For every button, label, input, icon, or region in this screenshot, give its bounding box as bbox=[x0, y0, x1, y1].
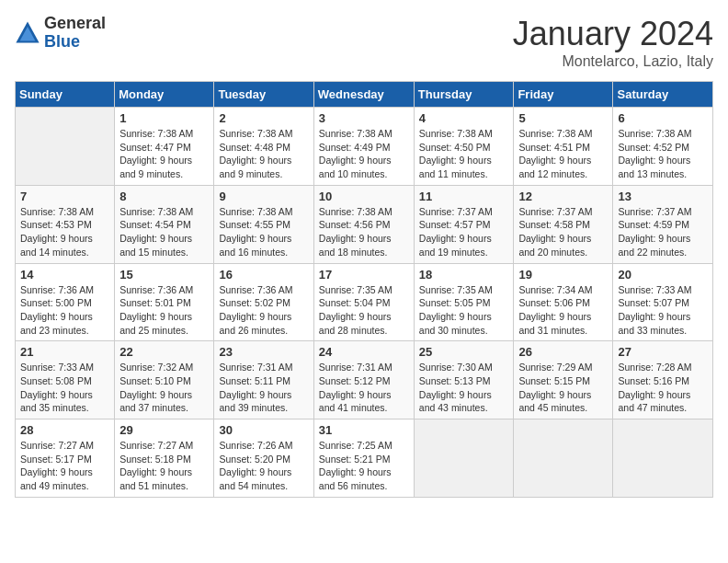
calendar-cell: 28Sunrise: 7:27 AM Sunset: 5:17 PM Dayli… bbox=[16, 419, 115, 498]
day-info: Sunrise: 7:32 AM Sunset: 5:10 PM Dayligh… bbox=[119, 361, 209, 415]
calendar-cell: 4Sunrise: 7:38 AM Sunset: 4:50 PM Daylig… bbox=[414, 108, 514, 186]
day-info: Sunrise: 7:36 AM Sunset: 5:00 PM Dayligh… bbox=[20, 283, 109, 338]
calendar-cell: 9Sunrise: 7:38 AM Sunset: 4:55 PM Daylig… bbox=[214, 185, 313, 263]
day-number: 8 bbox=[119, 190, 209, 203]
header-saturday: Saturday bbox=[613, 82, 713, 108]
calendar-table: Sunday Monday Tuesday Wednesday Thursday… bbox=[15, 81, 713, 498]
calendar-cell: 13Sunrise: 7:37 AM Sunset: 4:59 PM Dayli… bbox=[613, 185, 713, 263]
header-monday: Monday bbox=[115, 82, 214, 108]
day-number: 21 bbox=[20, 345, 109, 359]
calendar-week-3: 21Sunrise: 7:33 AM Sunset: 5:08 PM Dayli… bbox=[16, 341, 713, 419]
day-info: Sunrise: 7:35 AM Sunset: 5:04 PM Dayligh… bbox=[319, 283, 409, 338]
day-info: Sunrise: 7:33 AM Sunset: 5:08 PM Dayligh… bbox=[20, 361, 109, 415]
day-number: 5 bbox=[518, 111, 608, 125]
day-info: Sunrise: 7:31 AM Sunset: 5:12 PM Dayligh… bbox=[319, 361, 409, 415]
day-info: Sunrise: 7:31 AM Sunset: 5:11 PM Dayligh… bbox=[219, 361, 308, 415]
day-info: Sunrise: 7:37 AM Sunset: 4:58 PM Dayligh… bbox=[518, 205, 608, 259]
day-info: Sunrise: 7:38 AM Sunset: 4:54 PM Dayligh… bbox=[119, 205, 209, 259]
day-number: 18 bbox=[419, 268, 509, 282]
day-info: Sunrise: 7:38 AM Sunset: 4:53 PM Dayligh… bbox=[20, 205, 109, 259]
day-number: 23 bbox=[219, 345, 308, 359]
header-tuesday: Tuesday bbox=[214, 82, 313, 108]
day-number: 31 bbox=[319, 423, 409, 437]
day-info: Sunrise: 7:37 AM Sunset: 4:57 PM Dayligh… bbox=[419, 205, 509, 259]
day-info: Sunrise: 7:36 AM Sunset: 5:02 PM Dayligh… bbox=[219, 283, 308, 338]
day-info: Sunrise: 7:27 AM Sunset: 5:17 PM Dayligh… bbox=[20, 439, 109, 493]
day-info: Sunrise: 7:38 AM Sunset: 4:51 PM Dayligh… bbox=[518, 127, 608, 181]
logo-text: General Blue bbox=[44, 15, 106, 52]
calendar-header: Sunday Monday Tuesday Wednesday Thursday… bbox=[16, 82, 713, 108]
day-number: 29 bbox=[119, 423, 209, 437]
calendar-cell: 22Sunrise: 7:32 AM Sunset: 5:10 PM Dayli… bbox=[115, 341, 214, 419]
calendar-week-0: 1Sunrise: 7:38 AM Sunset: 4:47 PM Daylig… bbox=[16, 108, 713, 186]
day-number: 26 bbox=[518, 345, 608, 359]
day-number: 27 bbox=[618, 345, 708, 359]
calendar-cell: 27Sunrise: 7:28 AM Sunset: 5:16 PM Dayli… bbox=[613, 341, 713, 419]
location: Montelarco, Lazio, Italy bbox=[513, 53, 713, 70]
header-sunday: Sunday bbox=[16, 82, 115, 108]
calendar-body: 1Sunrise: 7:38 AM Sunset: 4:47 PM Daylig… bbox=[16, 108, 713, 498]
calendar-cell bbox=[514, 419, 613, 498]
day-number: 22 bbox=[119, 345, 209, 359]
page-header: General Blue January 2024 Montelarco, La… bbox=[15, 15, 713, 70]
day-number: 3 bbox=[319, 111, 409, 125]
day-number: 24 bbox=[319, 345, 409, 359]
logo: General Blue bbox=[15, 15, 106, 52]
calendar-cell bbox=[16, 108, 115, 186]
calendar-cell: 19Sunrise: 7:34 AM Sunset: 5:06 PM Dayli… bbox=[514, 263, 613, 341]
day-info: Sunrise: 7:33 AM Sunset: 5:07 PM Dayligh… bbox=[618, 283, 708, 338]
day-number: 28 bbox=[20, 423, 109, 437]
calendar-cell: 20Sunrise: 7:33 AM Sunset: 5:07 PM Dayli… bbox=[613, 263, 713, 341]
calendar-cell bbox=[613, 419, 713, 498]
day-number: 9 bbox=[219, 190, 308, 203]
day-info: Sunrise: 7:27 AM Sunset: 5:18 PM Dayligh… bbox=[119, 439, 209, 493]
day-info: Sunrise: 7:38 AM Sunset: 4:47 PM Dayligh… bbox=[119, 127, 209, 181]
day-number: 20 bbox=[618, 268, 708, 282]
month-title: January 2024 bbox=[513, 15, 713, 53]
day-number: 12 bbox=[518, 190, 608, 203]
calendar-cell: 2Sunrise: 7:38 AM Sunset: 4:48 PM Daylig… bbox=[214, 108, 313, 186]
calendar-cell: 18Sunrise: 7:35 AM Sunset: 5:05 PM Dayli… bbox=[414, 263, 514, 341]
header-friday: Friday bbox=[514, 82, 613, 108]
day-number: 11 bbox=[419, 190, 509, 203]
day-number: 6 bbox=[618, 111, 708, 125]
day-number: 30 bbox=[219, 423, 308, 437]
logo-general: General bbox=[44, 15, 106, 33]
day-number: 25 bbox=[419, 345, 509, 359]
day-number: 4 bbox=[419, 111, 509, 125]
header-row: Sunday Monday Tuesday Wednesday Thursday… bbox=[16, 82, 713, 108]
calendar-cell: 5Sunrise: 7:38 AM Sunset: 4:51 PM Daylig… bbox=[514, 108, 613, 186]
calendar-cell: 7Sunrise: 7:38 AM Sunset: 4:53 PM Daylig… bbox=[16, 185, 115, 263]
day-info: Sunrise: 7:34 AM Sunset: 5:06 PM Dayligh… bbox=[518, 283, 608, 338]
day-info: Sunrise: 7:25 AM Sunset: 5:21 PM Dayligh… bbox=[319, 439, 409, 493]
calendar-cell: 6Sunrise: 7:38 AM Sunset: 4:52 PM Daylig… bbox=[613, 108, 713, 186]
day-info: Sunrise: 7:26 AM Sunset: 5:20 PM Dayligh… bbox=[219, 439, 308, 493]
day-info: Sunrise: 7:35 AM Sunset: 5:05 PM Dayligh… bbox=[419, 283, 509, 338]
logo-icon bbox=[15, 20, 40, 46]
day-info: Sunrise: 7:28 AM Sunset: 5:16 PM Dayligh… bbox=[618, 361, 708, 415]
day-info: Sunrise: 7:30 AM Sunset: 5:13 PM Dayligh… bbox=[419, 361, 509, 415]
calendar-cell: 23Sunrise: 7:31 AM Sunset: 5:11 PM Dayli… bbox=[214, 341, 313, 419]
calendar-cell: 1Sunrise: 7:38 AM Sunset: 4:47 PM Daylig… bbox=[115, 108, 214, 186]
day-info: Sunrise: 7:38 AM Sunset: 4:52 PM Dayligh… bbox=[618, 127, 708, 181]
day-number: 17 bbox=[319, 268, 409, 282]
calendar-cell: 30Sunrise: 7:26 AM Sunset: 5:20 PM Dayli… bbox=[214, 419, 313, 498]
day-number: 10 bbox=[319, 190, 409, 203]
day-number: 15 bbox=[119, 268, 209, 282]
calendar-cell: 8Sunrise: 7:38 AM Sunset: 4:54 PM Daylig… bbox=[115, 185, 214, 263]
day-info: Sunrise: 7:29 AM Sunset: 5:15 PM Dayligh… bbox=[518, 361, 608, 415]
day-info: Sunrise: 7:36 AM Sunset: 5:01 PM Dayligh… bbox=[119, 283, 209, 338]
calendar-cell: 29Sunrise: 7:27 AM Sunset: 5:18 PM Dayli… bbox=[115, 419, 214, 498]
calendar-cell: 11Sunrise: 7:37 AM Sunset: 4:57 PM Dayli… bbox=[414, 185, 514, 263]
header-wednesday: Wednesday bbox=[313, 82, 414, 108]
logo-blue: Blue bbox=[44, 33, 106, 52]
day-info: Sunrise: 7:38 AM Sunset: 4:48 PM Dayligh… bbox=[219, 127, 308, 181]
day-info: Sunrise: 7:38 AM Sunset: 4:49 PM Dayligh… bbox=[319, 127, 409, 181]
calendar-cell: 17Sunrise: 7:35 AM Sunset: 5:04 PM Dayli… bbox=[313, 263, 414, 341]
calendar-cell: 15Sunrise: 7:36 AM Sunset: 5:01 PM Dayli… bbox=[115, 263, 214, 341]
calendar-week-1: 7Sunrise: 7:38 AM Sunset: 4:53 PM Daylig… bbox=[16, 185, 713, 263]
day-info: Sunrise: 7:38 AM Sunset: 4:50 PM Dayligh… bbox=[419, 127, 509, 181]
calendar-cell: 21Sunrise: 7:33 AM Sunset: 5:08 PM Dayli… bbox=[16, 341, 115, 419]
day-number: 19 bbox=[518, 268, 608, 282]
calendar-cell: 31Sunrise: 7:25 AM Sunset: 5:21 PM Dayli… bbox=[313, 419, 414, 498]
